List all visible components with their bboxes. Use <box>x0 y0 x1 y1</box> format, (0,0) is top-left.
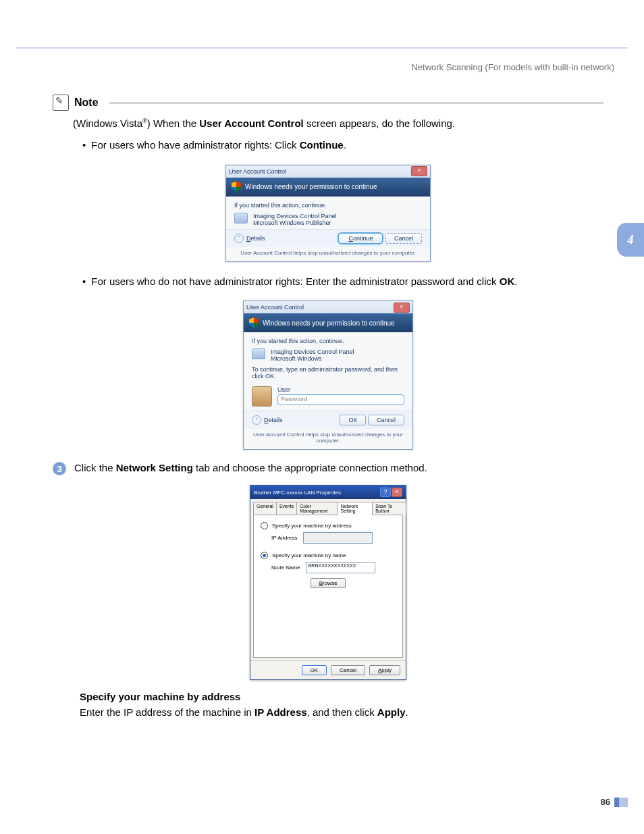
ok-button[interactable]: OK <box>302 665 327 675</box>
details-toggle[interactable]: ˅ Details <box>252 415 283 425</box>
radio-by-name[interactable] <box>261 552 268 559</box>
properties-dialog: Brother MFC-xxxxxx LAN Properties ? × Ge… <box>250 485 406 680</box>
note-rule <box>109 103 603 103</box>
shield-icon <box>232 182 241 192</box>
node-name-label: Node Name <box>271 565 300 571</box>
step-number-bullet: 3 <box>53 462 66 475</box>
bullet-dot <box>82 138 86 153</box>
uac-program-name: Imaging Devices Control Panel <box>253 213 337 219</box>
radio-by-address-label: Specify your machine by address <box>272 523 352 529</box>
shield-icon <box>249 317 259 328</box>
help-icon[interactable]: ? <box>380 488 391 497</box>
step3-text: Click the Network Setting tab and choose… <box>74 462 427 475</box>
password-field[interactable]: Password <box>277 394 404 405</box>
tab-scan-to-button[interactable]: Scan To Button <box>372 502 406 515</box>
uac-publisher: Microsoft Windows <box>271 355 354 362</box>
user-avatar-icon <box>252 386 272 407</box>
node-name-field[interactable]: BRNXXXXXXXXXXXX <box>306 562 375 573</box>
uac-footnote: User Account Control helps stop unauthor… <box>244 429 412 449</box>
footer-decoration <box>614 798 628 807</box>
uac-dialog-nonadmin: User Account Control × Windows needs you… <box>243 301 413 450</box>
section-heading: Specify your machine by address <box>80 691 603 702</box>
ip-address-label: IP Address <box>271 535 298 541</box>
uac-publisher: Microsoft Windows Publisher <box>253 219 337 226</box>
uac-program-name: Imaging Devices Control Panel <box>271 348 354 355</box>
ip-address-field[interactable] <box>303 532 373 544</box>
apply-button[interactable]: Apply <box>369 665 400 675</box>
close-icon[interactable]: × <box>392 488 402 497</box>
radio-by-name-label: Specify your machine by name <box>272 552 346 558</box>
tab-network-setting[interactable]: Network Setting <box>338 502 373 515</box>
bullet-dot <box>82 274 86 289</box>
details-toggle[interactable]: ˅ Details <box>234 234 265 243</box>
page-number: 86 <box>601 797 610 807</box>
close-icon[interactable]: × <box>394 303 410 313</box>
uac-title: User Account Control <box>246 304 304 311</box>
tab-color-management[interactable]: Color Management <box>296 502 338 515</box>
props-title-text: Brother MFC-xxxxxx LAN Properties <box>254 490 341 496</box>
note-label: Note <box>74 97 99 109</box>
ok-button[interactable]: OK <box>340 415 366 425</box>
uac-ifstarted: If you started this action, continue. <box>252 338 404 344</box>
uac-banner-text: Windows needs your permission to continu… <box>245 183 377 190</box>
chapter-tab: 4 <box>617 223 644 257</box>
chevron-down-icon: ˅ <box>234 234 244 243</box>
uac-dialog-admin: User Account Control × Windows needs you… <box>225 165 431 262</box>
top-divider <box>16 47 628 49</box>
tab-general[interactable]: General <box>253 502 277 515</box>
program-icon <box>252 348 265 359</box>
tab-events[interactable]: Events <box>276 502 297 515</box>
cancel-button[interactable]: Cancel <box>368 415 404 425</box>
radio-by-address[interactable] <box>261 522 268 529</box>
program-icon <box>234 213 248 224</box>
uac-footnote: User Account Control helps stop unauthor… <box>226 247 430 261</box>
uac-instruction: To continue, type an administrator passw… <box>252 366 404 380</box>
cancel-button[interactable]: Cancel <box>385 233 422 244</box>
user-label: User <box>277 386 404 393</box>
cancel-button[interactable]: Cancel <box>331 665 365 675</box>
bullet1-text: For users who have administrator rights:… <box>91 138 346 153</box>
note-intro: (Windows Vista®) When the User Account C… <box>73 116 603 131</box>
chevron-down-icon: ˅ <box>252 415 261 425</box>
uac-title: User Account Control <box>229 168 286 175</box>
uac-banner-text: Windows needs your permission to continu… <box>263 319 395 327</box>
page-header: Network Scanning (For models with built-… <box>411 62 614 72</box>
close-icon[interactable]: × <box>411 166 427 176</box>
section-body: Enter the IP address of the machine in I… <box>80 706 603 718</box>
note-icon <box>53 95 69 111</box>
browse-button[interactable]: Browse <box>311 578 346 588</box>
bullet2-text: For users who do not have administrator … <box>91 274 517 289</box>
continue-button[interactable]: Continue <box>338 232 383 244</box>
uac-ifstarted: If you started this action, continue. <box>234 202 422 209</box>
